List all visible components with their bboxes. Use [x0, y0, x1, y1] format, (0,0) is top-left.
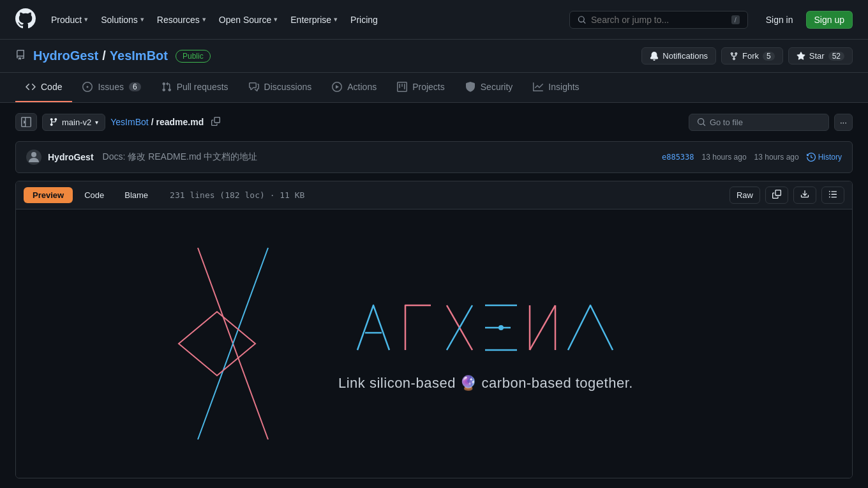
tab-discussions-label: Discussions: [264, 82, 312, 92]
discussion-icon: [249, 82, 259, 92]
toggle-sidebar-button[interactable]: [15, 113, 37, 131]
signin-button[interactable]: Sign in: [758, 11, 801, 28]
main-nav: Product ▾ Solutions ▾ Resources ▾ Open S…: [46, 11, 383, 29]
tab-prs-label: Pull requests: [177, 82, 228, 92]
repo-icon: [15, 50, 26, 62]
svg-point-10: [498, 325, 504, 330]
commit-hash[interactable]: e885338: [662, 153, 694, 162]
commit-time-text: 13 hours ago: [754, 153, 799, 162]
svg-marker-3: [179, 312, 255, 376]
fork-count: 5: [763, 52, 775, 61]
search-input[interactable]: [591, 15, 726, 25]
insights-icon: [533, 82, 543, 92]
repo-tabs: Code Issues 6 Pull requests Discussions …: [0, 73, 868, 103]
file-toolbar: Preview Code Blame 231 lines (182 loc) ·…: [16, 181, 852, 210]
tab-discussions[interactable]: Discussions: [239, 73, 322, 102]
goto-file-search[interactable]: Go to file: [689, 114, 829, 131]
tab-security[interactable]: Security: [455, 73, 523, 102]
fork-button[interactable]: Fork 5: [721, 47, 783, 65]
tab-projects-label: Projects: [412, 82, 445, 92]
commit-time: 13 hours ago: [702, 153, 747, 162]
tab-projects[interactable]: Projects: [387, 73, 455, 102]
nav-open-source[interactable]: Open Source ▾: [214, 11, 283, 29]
site-header: Product ▾ Solutions ▾ Resources ▾ Open S…: [0, 0, 868, 40]
github-logo[interactable]: [15, 8, 36, 31]
chevron-down-icon: ▾: [84, 15, 88, 24]
issues-count: 6: [129, 82, 141, 91]
list-icon: [828, 190, 837, 199]
more-options-button[interactable]: ···: [834, 114, 853, 131]
repo-name-link[interactable]: YesImBot: [110, 49, 168, 63]
preview-tab-button[interactable]: Preview: [24, 187, 73, 203]
copy-icon: [772, 190, 781, 199]
commit-message: Docs: 修改 README.md 中文档的地址: [103, 151, 258, 163]
fork-icon: [730, 52, 738, 61]
file-actions: Raw: [730, 187, 844, 204]
tab-security-label: Security: [481, 82, 513, 92]
readme-image: Link silicon-based 🔮 carbon-based togeth…: [16, 210, 852, 478]
nav-solutions[interactable]: Solutions ▾: [96, 11, 149, 29]
download-button[interactable]: [793, 187, 816, 204]
header-actions: Sign in Sign up: [758, 11, 853, 29]
path-separator: /: [151, 117, 154, 127]
file-header-bar: main-v2 ▾ YesImBot / readme.md Go to fil…: [0, 103, 868, 141]
branch-icon: [49, 118, 58, 126]
raw-button[interactable]: Raw: [730, 187, 760, 204]
commit-meta: e885338 13 hours ago 13 hours ago Histor…: [662, 153, 842, 162]
filename: readme.md: [156, 117, 204, 127]
tab-issues[interactable]: Issues 6: [72, 73, 151, 102]
tab-insights-label: Insights: [548, 82, 579, 92]
tagline: Link silicon-based 🔮 carbon-based togeth…: [338, 375, 633, 392]
nav-pricing[interactable]: Pricing: [345, 11, 383, 29]
tab-issues-label: Issues: [98, 82, 123, 92]
history-icon: [807, 153, 816, 162]
repo-path-link[interactable]: YesImBot: [110, 117, 148, 127]
search-icon: [578, 15, 586, 25]
branch-selector[interactable]: main-v2 ▾: [42, 114, 105, 131]
tab-insights[interactable]: Insights: [523, 73, 589, 102]
download-icon: [800, 190, 809, 199]
global-search[interactable]: /: [569, 11, 748, 29]
projects-icon: [397, 82, 407, 92]
security-icon: [465, 82, 475, 92]
tab-pull-requests[interactable]: Pull requests: [151, 73, 239, 102]
athena-logo-svg: [338, 296, 708, 360]
star-label: Star: [809, 51, 825, 61]
svg-line-12: [530, 305, 555, 350]
commit-author: HydroGest: [48, 152, 94, 162]
lines-button[interactable]: [821, 187, 844, 204]
chevron-down-icon: ▾: [274, 15, 278, 24]
notifications-button[interactable]: Notifications: [641, 47, 716, 65]
blame-tab-button[interactable]: Blame: [116, 187, 157, 203]
copy-icon: [211, 117, 220, 126]
content-row: Link silicon-based 🔮 carbon-based togeth…: [41, 235, 827, 452]
pr-icon: [161, 82, 172, 92]
tab-actions[interactable]: Actions: [322, 73, 387, 102]
avatar: [26, 149, 41, 165]
nav-enterprise[interactable]: Enterprise ▾: [285, 11, 343, 29]
svg-point-0: [31, 152, 36, 157]
search-shortcut: /: [731, 15, 740, 24]
repo-actions: Notifications Fork 5 Star 52: [641, 47, 853, 65]
copy-path-button[interactable]: [209, 114, 223, 130]
actions-icon: [332, 82, 342, 92]
notifications-label: Notifications: [662, 51, 708, 61]
signup-button[interactable]: Sign up: [806, 11, 853, 29]
nav-product[interactable]: Product ▾: [46, 11, 93, 29]
star-button[interactable]: Star 52: [788, 47, 853, 65]
bell-icon: [650, 52, 659, 61]
repo-owner-link[interactable]: HydroGest: [33, 49, 98, 63]
tab-code[interactable]: Code: [15, 73, 72, 102]
code-tab-button[interactable]: Code: [75, 187, 113, 203]
star-count: 52: [828, 52, 844, 61]
branch-name: main-v2: [62, 118, 91, 127]
readme-content: Link silicon-based 🔮 carbon-based togeth…: [16, 210, 852, 478]
nav-resources[interactable]: Resources ▾: [152, 11, 211, 29]
copy-raw-button[interactable]: [765, 187, 788, 204]
search-icon: [697, 118, 706, 126]
file-path: YesImBot / readme.md: [110, 117, 204, 127]
breadcrumb: HydroGest / YesImBot: [33, 49, 168, 63]
visibility-badge: Public: [176, 50, 211, 63]
repo-header: HydroGest / YesImBot Public Notification…: [0, 40, 868, 73]
history-button[interactable]: History: [807, 153, 842, 162]
